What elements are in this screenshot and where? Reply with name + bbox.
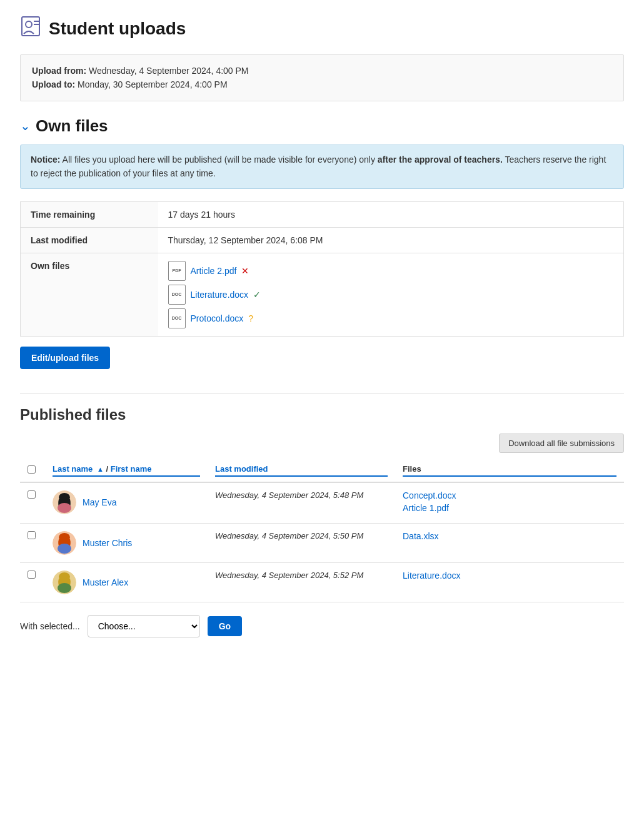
svg-point-11: [58, 544, 71, 554]
go-button[interactable]: Go: [208, 616, 242, 636]
row-name-cell: Muster Alex: [45, 562, 208, 602]
svg-point-15: [58, 583, 71, 593]
upload-to-value: Monday, 30 September 2024, 4:00 PM: [78, 79, 227, 89]
file-link[interactable]: Literature.docx: [191, 290, 249, 300]
upload-to-label: Upload to:: [32, 79, 75, 89]
row-checkbox-cell: [20, 482, 45, 524]
row-name-cell: Muster Chris: [45, 523, 208, 562]
last-modified-value: Thursday, 12 September 2024, 6:08 PM: [158, 227, 624, 253]
user-name-link[interactable]: May Eva: [83, 497, 116, 507]
row-files-cell: Concept.docxArticle 1.pdf: [395, 482, 624, 524]
upload-info-box: Upload from: Wednesday, 4 September 2024…: [20, 54, 624, 101]
upload-from-label: Upload from:: [32, 66, 86, 76]
published-files-table: Last name ▲ / First name Last modified: [20, 459, 624, 602]
avatar: [53, 490, 76, 514]
user-name-link[interactable]: Muster Chris: [83, 538, 132, 548]
row-files-cell: Literature.docx: [395, 562, 624, 602]
header-name-col[interactable]: Last name ▲ / First name: [45, 459, 208, 482]
pub-file-link[interactable]: Concept.docx: [403, 490, 616, 500]
notice-box: Notice: All files you upload here will b…: [20, 145, 624, 189]
notice-text1: All files you upload here will be publis…: [63, 155, 378, 165]
avatar: [53, 571, 76, 594]
file-type-icon: DOC: [168, 308, 186, 328]
col-firstname-label: First name: [111, 464, 152, 474]
file-item: DOCLiterature.docx✓: [168, 285, 614, 305]
row-checkbox-cell: [20, 523, 45, 562]
time-remaining-value: 17 days 21 hours: [158, 201, 624, 227]
own-files-label: Own files: [21, 253, 158, 336]
time-remaining-label: Time remaining: [21, 201, 158, 227]
svg-point-1: [26, 21, 32, 28]
section-divider: [20, 393, 624, 393]
sort-arrow-icon: ▲: [97, 465, 104, 473]
file-status-icon: ✕: [241, 266, 249, 276]
table-header-row: Last name ▲ / First name Last modified: [20, 459, 624, 482]
sort-lastname-link[interactable]: Last name ▲: [53, 464, 106, 474]
col-lastmodified-label: Last modified: [215, 464, 268, 474]
select-all-checkbox[interactable]: [28, 465, 36, 474]
user-name-link[interactable]: Muster Alex: [83, 577, 128, 587]
pub-file-link[interactable]: Article 1.pdf: [403, 503, 616, 513]
pub-file-link[interactable]: Literature.docx: [403, 571, 616, 581]
file-item: DOCProtocol.docx?: [168, 308, 614, 328]
header-checkbox-col: [20, 459, 45, 482]
row-name-cell: May Eva: [45, 482, 208, 524]
sort-lastmodified-link[interactable]: Last modified: [215, 464, 268, 474]
with-selected-dropdown[interactable]: Choose...Send messageDownload: [88, 615, 200, 637]
own-files-heading: Own files: [36, 116, 108, 136]
download-all-button[interactable]: Download all file submissions: [499, 434, 624, 453]
file-type-icon: PDF: [168, 261, 186, 281]
row-files-cell: Data.xlsx: [395, 523, 624, 562]
col-files-label: Files: [403, 464, 421, 474]
published-files-heading: Published files: [20, 406, 624, 424]
last-modified-label: Last modified: [21, 227, 158, 253]
edit-upload-button[interactable]: Edit/upload files: [20, 347, 110, 369]
row-checkbox[interactable]: [28, 571, 36, 579]
row-date-cell: Wednesday, 4 September 2024, 5:48 PM: [208, 482, 395, 524]
file-status-icon: ✓: [253, 290, 261, 300]
own-files-list: PDFArticle 2.pdf✕DOCLiterature.docx✓DOCP…: [158, 253, 624, 336]
file-link[interactable]: Article 2.pdf: [191, 266, 237, 276]
notice-bold-text: after the approval of teachers.: [378, 155, 503, 165]
page-icon: [20, 15, 43, 42]
svg-point-7: [58, 503, 71, 513]
download-bar: Download all file submissions: [20, 434, 624, 453]
table-row: Muster ChrisWednesday, 4 September 2024,…: [20, 523, 624, 562]
row-checkbox-cell: [20, 562, 45, 602]
with-selected-label: With selected...: [20, 621, 80, 631]
avatar: [53, 531, 76, 555]
last-modified-row: Last modified Thursday, 12 September 202…: [21, 227, 624, 253]
header-lastmodified-col: Last modified: [208, 459, 395, 482]
own-files-row: Own files PDFArticle 2.pdf✕DOCLiterature…: [21, 253, 624, 336]
row-date-cell: Wednesday, 4 September 2024, 5:50 PM: [208, 523, 395, 562]
upload-from-value: Wednesday, 4 September 2024, 4:00 PM: [89, 66, 249, 76]
page-title-area: Student uploads: [20, 15, 624, 42]
with-selected-bar: With selected... Choose...Send messageDo…: [20, 615, 624, 637]
file-item: PDFArticle 2.pdf✕: [168, 261, 614, 281]
row-checkbox[interactable]: [28, 531, 36, 539]
sort-firstname-link[interactable]: First name: [111, 464, 152, 474]
file-status-icon: ?: [248, 313, 253, 323]
row-checkbox[interactable]: [28, 490, 36, 499]
time-remaining-row: Time remaining 17 days 21 hours: [21, 201, 624, 227]
pub-file-link[interactable]: Data.xlsx: [403, 531, 616, 541]
table-row: Muster AlexWednesday, 4 September 2024, …: [20, 562, 624, 602]
own-files-details-table: Time remaining 17 days 21 hours Last mod…: [20, 201, 624, 337]
header-files-col: Files: [395, 459, 624, 482]
notice-label: Notice:: [31, 155, 60, 165]
file-type-icon: DOC: [168, 285, 186, 305]
page-title: Student uploads: [49, 19, 186, 39]
table-row: May EvaWednesday, 4 September 2024, 5:48…: [20, 482, 624, 524]
own-files-heading-area: ⌄ Own files: [20, 116, 624, 136]
file-link[interactable]: Protocol.docx: [191, 313, 244, 323]
chevron-down-icon[interactable]: ⌄: [20, 118, 31, 133]
col-lastname-label: Last name: [53, 464, 93, 474]
row-date-cell: Wednesday, 4 September 2024, 5:52 PM: [208, 562, 395, 602]
